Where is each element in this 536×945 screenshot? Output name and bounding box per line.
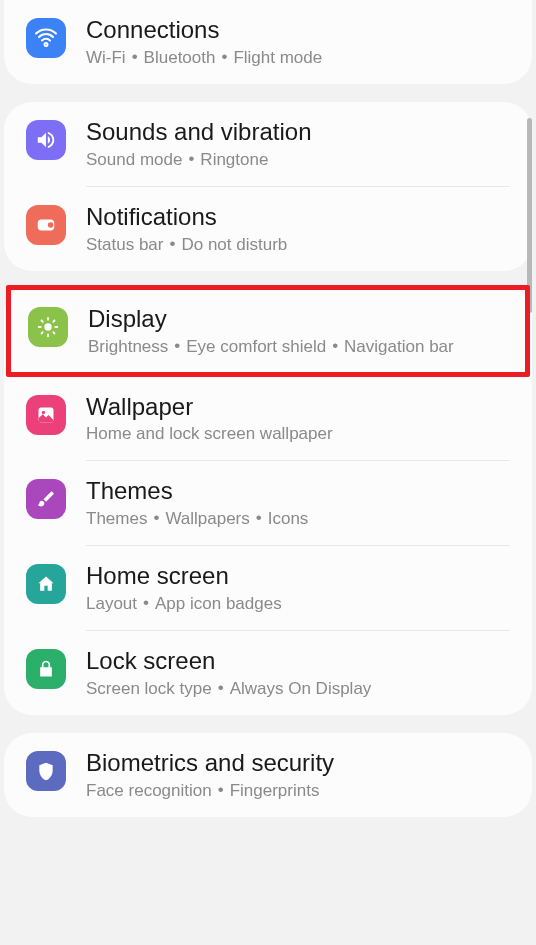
item-title: Sounds and vibration — [86, 118, 510, 146]
svg-point-4 — [42, 411, 45, 414]
item-content: Biometrics and security Face recognition… — [86, 749, 510, 801]
wifi-icon — [26, 18, 66, 58]
item-title: Display — [88, 305, 508, 333]
settings-group: Display Brightness•Eye comfort shield•Na… — [4, 285, 532, 715]
notification-icon — [26, 205, 66, 245]
item-content: Lock screen Screen lock type•Always On D… — [86, 647, 510, 699]
settings-item-homescreen[interactable]: Home screen Layout•App icon badges — [4, 546, 532, 630]
brush-icon — [26, 479, 66, 519]
svg-point-2 — [44, 323, 51, 330]
item-subtitle: Home and lock screen wallpaper — [86, 424, 510, 444]
scrollbar[interactable] — [527, 118, 532, 313]
item-subtitle: Wi-Fi•Bluetooth•Flight mode — [86, 47, 510, 68]
item-content: Sounds and vibration Sound mode•Ringtone — [86, 118, 510, 170]
settings-group: Connections Wi-Fi•Bluetooth•Flight mode — [4, 0, 532, 84]
item-content: Connections Wi-Fi•Bluetooth•Flight mode — [86, 16, 510, 68]
settings-item-connections[interactable]: Connections Wi-Fi•Bluetooth•Flight mode — [4, 0, 532, 84]
item-subtitle: Sound mode•Ringtone — [86, 149, 510, 170]
item-content: Themes Themes•Wallpapers•Icons — [86, 477, 510, 529]
item-subtitle: Status bar•Do not disturb — [86, 234, 510, 255]
item-subtitle: Face recognition•Fingerprints — [86, 780, 510, 801]
shield-icon — [26, 751, 66, 791]
item-content: Wallpaper Home and lock screen wallpaper — [86, 393, 510, 444]
item-subtitle: Screen lock type•Always On Display — [86, 678, 510, 699]
item-title: Biometrics and security — [86, 749, 510, 777]
brightness-icon — [28, 307, 68, 347]
highlighted-item: Display Brightness•Eye comfort shield•Na… — [6, 285, 530, 377]
settings-list: Connections Wi-Fi•Bluetooth•Flight mode … — [0, 0, 536, 817]
settings-group: Sounds and vibration Sound mode•Ringtone… — [4, 102, 532, 271]
item-title: Notifications — [86, 203, 510, 231]
home-icon — [26, 564, 66, 604]
item-title: Home screen — [86, 562, 510, 590]
settings-item-sounds[interactable]: Sounds and vibration Sound mode•Ringtone — [4, 102, 532, 186]
lock-icon — [26, 649, 66, 689]
item-title: Wallpaper — [86, 393, 510, 421]
item-subtitle: Themes•Wallpapers•Icons — [86, 508, 510, 529]
item-title: Lock screen — [86, 647, 510, 675]
item-subtitle: Brightness•Eye comfort shield•Navigation… — [88, 336, 508, 357]
settings-item-notifications[interactable]: Notifications Status bar•Do not disturb — [4, 187, 532, 271]
settings-item-wallpaper[interactable]: Wallpaper Home and lock screen wallpaper — [4, 373, 532, 460]
image-icon — [26, 395, 66, 435]
settings-group: Biometrics and security Face recognition… — [4, 733, 532, 817]
settings-item-themes[interactable]: Themes Themes•Wallpapers•Icons — [4, 461, 532, 545]
item-subtitle: Layout•App icon badges — [86, 593, 510, 614]
svg-point-1 — [48, 222, 54, 228]
settings-item-lockscreen[interactable]: Lock screen Screen lock type•Always On D… — [4, 631, 532, 715]
item-title: Themes — [86, 477, 510, 505]
item-content: Display Brightness•Eye comfort shield•Na… — [88, 305, 508, 357]
settings-item-display[interactable]: Display Brightness•Eye comfort shield•Na… — [11, 290, 525, 372]
item-content: Home screen Layout•App icon badges — [86, 562, 510, 614]
speaker-icon — [26, 120, 66, 160]
item-content: Notifications Status bar•Do not disturb — [86, 203, 510, 255]
item-title: Connections — [86, 16, 510, 44]
settings-item-biometrics[interactable]: Biometrics and security Face recognition… — [4, 733, 532, 817]
